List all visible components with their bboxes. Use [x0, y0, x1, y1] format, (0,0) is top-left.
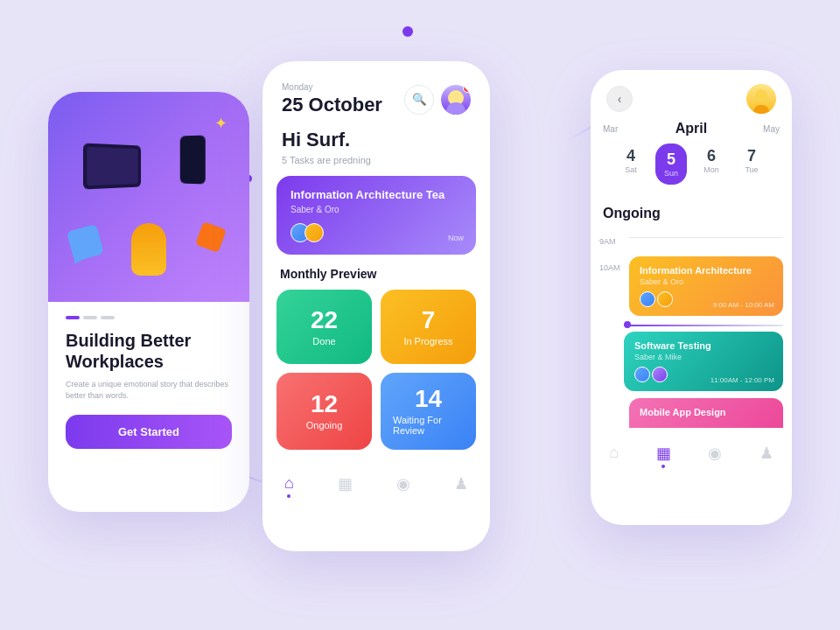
home-icon: ⌂ — [284, 474, 294, 493]
nav-active-dot — [287, 494, 290, 498]
timeline: 9AM 10AM Information Architecture Saber … — [591, 230, 792, 428]
event-av-3 — [634, 367, 650, 382]
stat-ongoing-number: 12 — [311, 392, 338, 416]
right-header: ‹ — [591, 70, 792, 121]
hero-3d-illustration: ✦ ▶ — [57, 101, 241, 293]
get-started-button[interactable]: Get Started — [66, 415, 232, 449]
task-card-time: Now — [448, 234, 464, 242]
subtext: Create a unique emotional story that des… — [66, 379, 232, 401]
right-nav-chat[interactable]: ◉ — [708, 444, 722, 468]
monthly-preview-title: Monthly Preview — [262, 267, 490, 290]
middle-top-row: Monday 25 October 🔍 — [282, 82, 471, 116]
event-av-1 — [640, 291, 655, 307]
hero-section: ✦ ▶ — [48, 92, 249, 302]
event-title-2: Software Testing — [634, 340, 773, 351]
right-nav-profile[interactable]: ♟ — [760, 444, 774, 468]
date-6[interactable]: 6 Mon — [694, 144, 729, 185]
stats-grid: 22 Done 7 In Progress 12 Ongoing 14 Wait… — [262, 290, 490, 450]
stat-waiting-label: Waiting For Review — [393, 415, 464, 436]
avatar-body — [446, 102, 466, 115]
event-sub-1: Saber & Oro — [640, 277, 773, 286]
event-software-testing[interactable]: Software Testing Saber & Mike 11:00AM - … — [624, 332, 783, 391]
next-month-button[interactable]: May — [763, 124, 780, 134]
star-icon: ✦ — [214, 114, 228, 133]
date-display: 25 October — [282, 94, 382, 116]
stat-done-label: Done — [312, 336, 335, 346]
phone-right: ‹ Mar April May 4 Sat — [591, 70, 792, 525]
avatar-2 — [304, 223, 324, 242]
calendar-section: Mar April May 4 Sat 5 Sun — [591, 121, 792, 206]
right-profile-icon: ♟ — [760, 444, 774, 463]
right-nav-dot — [662, 465, 665, 468]
ongoing-label: Ongoing — [591, 206, 792, 230]
headline: Building Better Workplaces — [66, 330, 232, 372]
time-row-10am: 10AM Information Architecture Saber & Or… — [591, 256, 792, 316]
month-nav: Mar April May — [603, 121, 780, 136]
back-button[interactable]: ‹ — [606, 86, 633, 112]
right-bottom-nav: ⌂ ▦ ◉ ♟ — [591, 431, 792, 475]
nav-profile[interactable]: ♟ — [454, 474, 468, 498]
stat-waiting[interactable]: 14 Waiting For Review — [381, 373, 476, 450]
date-5-active[interactable]: 5 Sun — [654, 144, 689, 185]
left-phone-content: Building Better Workplaces Create a uniq… — [48, 302, 249, 463]
event-av-4 — [652, 367, 668, 382]
avatar-face — [441, 85, 471, 115]
dot-active — [66, 316, 80, 319]
right-home-icon: ⌂ — [609, 444, 619, 462]
right-chat-icon: ◉ — [708, 444, 722, 463]
stat-done[interactable]: 22 Done — [276, 290, 372, 364]
slide-indicators — [66, 316, 232, 319]
stat-in-progress[interactable]: 7 In Progress — [381, 290, 476, 364]
dot-3 — [101, 316, 115, 319]
calendar-icon: ▦ — [338, 474, 353, 494]
middle-header: Monday 25 October 🔍 Hi Surf. 5 — [262, 61, 490, 176]
tasks-count-label: 5 Tasks are predning — [282, 155, 471, 165]
right-avatar[interactable] — [746, 84, 776, 114]
phone-middle: Monday 25 October 🔍 Hi Surf. 5 — [262, 61, 490, 551]
task-card-title: Information Architecture Tea — [290, 188, 462, 201]
time-row-11am: Software Testing Saber & Mike 11:00AM - … — [591, 332, 792, 391]
date-7[interactable]: 7 Tue — [734, 144, 769, 185]
event-time-1: 9:00 AM - 10:00 AM — [713, 301, 774, 309]
event-title-3: Mobile App Design — [640, 407, 773, 417]
date-4[interactable]: 4 Sat — [613, 144, 648, 185]
greeting-text: Hi Surf. — [282, 129, 471, 151]
user-avatar[interactable] — [441, 85, 471, 115]
tablet-shape — [83, 143, 141, 189]
time-row-9am: 9AM — [591, 230, 792, 246]
cube-shape-2 — [195, 221, 227, 253]
event-time-2: 11:00AM - 12:00 PM — [710, 376, 774, 384]
event-mobile-app[interactable]: Mobile App Design — [599, 398, 783, 428]
nav-chat[interactable]: ◉ — [396, 474, 410, 498]
phone-left: ✦ ▶ Building Better Workplaces Create a … — [48, 92, 249, 512]
stat-ongoing-label: Ongoing — [306, 420, 343, 430]
day-label: Monday — [282, 82, 382, 92]
stat-done-number: 22 — [311, 308, 338, 332]
stat-ongoing[interactable]: 12 Ongoing — [276, 373, 372, 450]
bottom-nav: ⌂ ▦ ◉ ♟ — [262, 462, 490, 505]
nav-home[interactable]: ⌂ — [284, 474, 294, 498]
nav-calendar[interactable]: ▦ — [338, 474, 353, 498]
stat-waiting-number: 14 — [415, 387, 442, 411]
hand-shape — [131, 223, 166, 276]
right-nav-home[interactable]: ⌂ — [609, 444, 619, 468]
prev-month-button[interactable]: Mar — [603, 124, 618, 134]
time-10am: 10AM — [599, 263, 624, 272]
arrow-icon: ▶ — [74, 244, 89, 267]
stat-progress-label: In Progress — [403, 336, 452, 346]
event-av-2 — [657, 291, 673, 307]
event-info-arch[interactable]: Information Architecture Saber & Oro 9:0… — [629, 256, 783, 316]
chat-icon: ◉ — [396, 474, 410, 494]
time-9am: 9AM — [599, 237, 624, 246]
search-icon: 🔍 — [412, 93, 427, 106]
date-section: Monday 25 October — [282, 82, 382, 116]
event-title-1: Information Architecture — [640, 265, 773, 276]
task-card-avatars — [290, 223, 462, 242]
event-sub-2: Saber & Mike — [634, 353, 773, 361]
search-button[interactable]: 🔍 — [404, 85, 434, 115]
header-icons: 🔍 — [404, 85, 471, 115]
profile-icon: ♟ — [454, 474, 468, 494]
featured-task-card[interactable]: Information Architecture Tea Saber & Oro… — [276, 176, 476, 255]
right-calendar-icon: ▦ — [656, 444, 671, 463]
right-nav-calendar[interactable]: ▦ — [656, 444, 671, 468]
